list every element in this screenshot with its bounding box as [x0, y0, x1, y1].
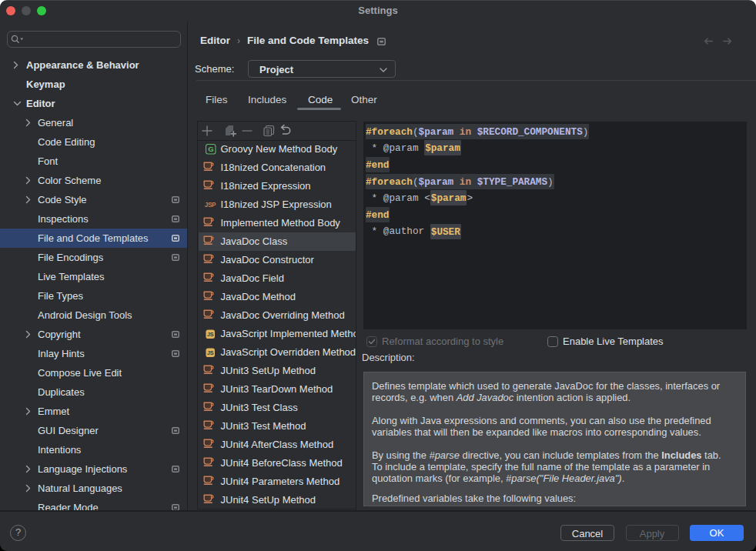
- svg-text:G: G: [208, 145, 213, 153]
- svg-text:JS: JS: [206, 332, 213, 338]
- svg-text:JS: JS: [206, 350, 213, 356]
- svg-text:JSP: JSP: [204, 202, 216, 209]
